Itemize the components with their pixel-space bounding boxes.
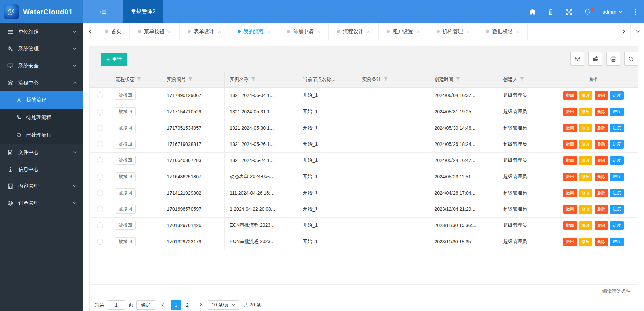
action-button-修改[interactable]: 修改 xyxy=(579,140,592,149)
action-button-修改[interactable]: 修改 xyxy=(579,205,592,214)
tab-租户设置[interactable]: 租户设置× xyxy=(379,23,428,40)
fullscreen-icon[interactable] xyxy=(566,8,572,15)
apply-button[interactable]: + 申请 xyxy=(101,53,127,66)
action-button-撤回[interactable]: 撤回 xyxy=(563,124,577,132)
filter-icon[interactable] xyxy=(518,76,524,82)
tab-close-icon[interactable]: × xyxy=(516,29,519,35)
sidebar-item-系统安全[interactable]: 系统安全 xyxy=(0,57,83,74)
action-button-进度[interactable]: 进度 xyxy=(610,140,624,149)
tab-添加申请[interactable]: 添加申请× xyxy=(279,23,329,40)
row-radio[interactable] xyxy=(97,206,103,212)
tab-表单设计[interactable]: 表单设计× xyxy=(180,23,229,40)
action-button-进度[interactable]: 进度 xyxy=(610,108,624,116)
action-button-进度[interactable]: 进度 xyxy=(610,189,624,197)
trash-icon[interactable] xyxy=(547,8,554,15)
action-button-删除[interactable]: 删除 xyxy=(595,91,608,100)
action-button-删除[interactable]: 删除 xyxy=(595,124,608,132)
sidebar-item-订单管理[interactable]: 订单管理 xyxy=(0,195,83,212)
tab-close-icon[interactable]: × xyxy=(467,29,470,35)
tab-close-icon[interactable]: × xyxy=(218,29,221,35)
tab-close-icon[interactable]: × xyxy=(168,29,171,35)
action-button-删除[interactable]: 删除 xyxy=(595,189,608,197)
action-button-修改[interactable]: 修改 xyxy=(579,91,592,100)
row-radio[interactable] xyxy=(97,141,103,147)
column-header-创建人[interactable]: 创建人 xyxy=(498,72,549,87)
action-button-进度[interactable]: 进度 xyxy=(610,205,624,214)
workspace-tab[interactable]: 常规管理2 xyxy=(123,0,163,23)
columns-tool-button[interactable] xyxy=(570,52,584,66)
action-button-撤回[interactable]: 撤回 xyxy=(563,173,577,181)
action-button-删除[interactable]: 删除 xyxy=(595,221,608,230)
action-button-撤回[interactable]: 撤回 xyxy=(563,221,577,230)
action-button-删除[interactable]: 删除 xyxy=(595,140,608,149)
tabs-menu-button[interactable] xyxy=(630,23,644,40)
action-button-修改[interactable]: 修改 xyxy=(579,189,592,197)
sidebar-item-已处理流程[interactable]: 已处理流程 xyxy=(0,126,83,144)
row-radio[interactable] xyxy=(97,190,103,196)
column-header-实例编号[interactable]: 实例编号 xyxy=(162,72,224,87)
column-header-实例名称[interactable]: 实例名称 xyxy=(224,72,298,87)
page-size-select[interactable]: 10 条/页 xyxy=(208,300,239,310)
action-button-撤回[interactable]: 撤回 xyxy=(563,91,577,100)
bell-icon[interactable] xyxy=(584,8,591,15)
filter-icon[interactable] xyxy=(381,76,388,82)
action-button-撤回[interactable]: 撤回 xyxy=(563,205,577,214)
row-radio[interactable] xyxy=(97,92,103,98)
action-button-进度[interactable]: 进度 xyxy=(610,238,624,246)
filter-icon[interactable] xyxy=(135,76,141,82)
goto-page-input[interactable] xyxy=(107,300,125,310)
tab-流程设计[interactable]: 流程设计× xyxy=(329,23,379,40)
action-button-修改[interactable]: 修改 xyxy=(579,156,592,165)
sidebar-item-文件中心[interactable]: 文件中心 xyxy=(0,144,83,161)
action-button-删除[interactable]: 删除 xyxy=(595,156,608,165)
column-header-实例备注[interactable]: 实例备注 xyxy=(357,72,429,87)
action-button-删除[interactable]: 删除 xyxy=(595,173,608,181)
search-tool-button[interactable] xyxy=(624,52,638,66)
sidebar-item-流程中心[interactable]: 流程中心 xyxy=(0,74,83,91)
home-icon[interactable] xyxy=(529,8,536,15)
action-button-修改[interactable]: 修改 xyxy=(579,173,592,181)
tab-菜单按钮[interactable]: 菜单按钮× xyxy=(130,23,180,40)
column-header-流程状态[interactable]: 流程状态 xyxy=(110,72,162,87)
page-number-1[interactable]: 1 xyxy=(171,300,181,310)
more-vert-icon[interactable] xyxy=(634,9,637,15)
action-button-进度[interactable]: 进度 xyxy=(610,124,624,132)
column-header-创建时间[interactable]: 创建时间 xyxy=(429,72,498,87)
sidebar-item-内容管理[interactable]: 内容管理 xyxy=(0,178,83,195)
print-tool-button[interactable] xyxy=(606,52,620,66)
tab-close-icon[interactable]: × xyxy=(417,29,420,35)
tab-数据权限[interactable]: 数据权限× xyxy=(478,23,528,40)
row-radio[interactable] xyxy=(97,125,103,131)
action-button-修改[interactable]: 修改 xyxy=(579,221,592,230)
tab-机构管理[interactable]: 机构管理× xyxy=(428,23,478,40)
tabs-scroll-left-button[interactable] xyxy=(83,23,97,40)
action-button-进度[interactable]: 进度 xyxy=(610,173,624,181)
action-button-撤回[interactable]: 撤回 xyxy=(563,238,577,246)
action-button-进度[interactable]: 进度 xyxy=(610,91,624,100)
tab-我的流程[interactable]: 我的流程× xyxy=(229,23,279,40)
action-button-进度[interactable]: 进度 xyxy=(610,221,624,230)
action-button-撤回[interactable]: 撤回 xyxy=(563,156,577,165)
action-button-修改[interactable]: 修改 xyxy=(579,124,592,132)
export-tool-button[interactable] xyxy=(588,52,602,66)
filter-icon[interactable] xyxy=(454,76,460,82)
sidebar-item-我的流程[interactable]: 我的流程 xyxy=(0,91,83,109)
edit-filter-link[interactable]: 编辑筛选条件 xyxy=(602,288,631,294)
tabs-scroll-right-button[interactable] xyxy=(617,23,630,40)
tab-close-icon[interactable]: × xyxy=(317,29,320,35)
row-radio[interactable] xyxy=(97,109,103,115)
action-button-修改[interactable]: 修改 xyxy=(579,108,592,116)
action-button-撤回[interactable]: 撤回 xyxy=(563,108,577,116)
tab-close-icon[interactable]: × xyxy=(268,29,271,35)
user-menu[interactable]: admin xyxy=(602,9,622,15)
row-radio[interactable] xyxy=(97,174,103,180)
sidebar-item-信息中心[interactable]: 信息中心 xyxy=(0,161,83,178)
confirm-page-button[interactable]: 确定 xyxy=(136,300,155,310)
brand[interactable]: WaterCloud01 xyxy=(0,0,83,23)
filter-icon[interactable] xyxy=(249,76,255,82)
sidebar-item-系统管理[interactable]: 系统管理 xyxy=(0,40,83,57)
tab-首页[interactable]: 首页 xyxy=(97,23,130,40)
row-radio[interactable] xyxy=(97,222,103,228)
action-button-删除[interactable]: 删除 xyxy=(595,238,608,246)
next-page-button[interactable] xyxy=(196,302,205,308)
